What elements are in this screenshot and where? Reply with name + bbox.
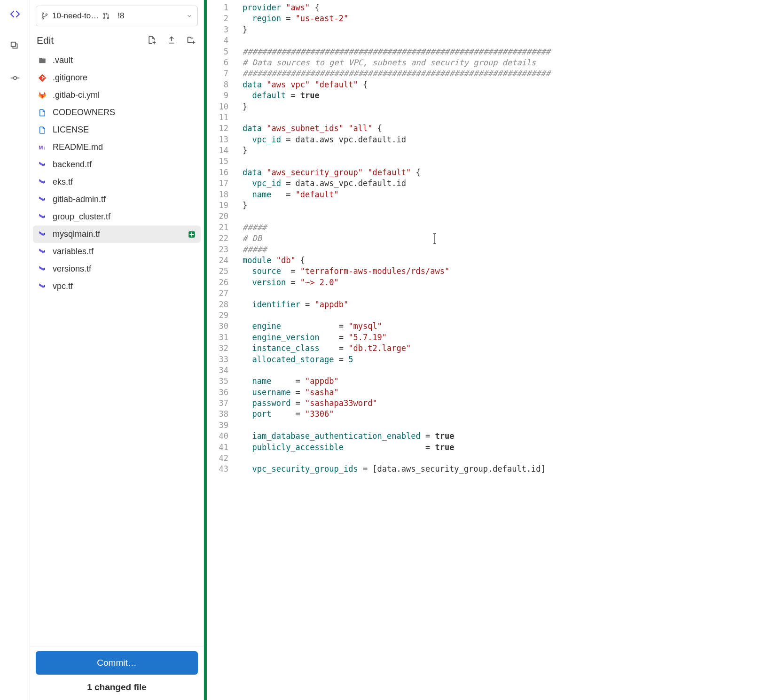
code-line[interactable]: module "db" {	[243, 256, 768, 266]
new-folder-icon[interactable]	[187, 35, 197, 46]
svg-point-6	[42, 18, 43, 19]
code-area[interactable]: provider "aws" { region = "us-east-2"} #…	[234, 0, 768, 700]
explorer-icon[interactable]	[8, 8, 22, 21]
review-icon[interactable]	[8, 39, 22, 53]
mr-label: !8	[118, 11, 124, 21]
line-number: 26	[207, 278, 234, 288]
code-line[interactable]: data "aws_subnet_ids" "all" {	[243, 124, 768, 134]
file-row[interactable]: eks.tf	[33, 173, 201, 191]
code-line[interactable]: #####	[243, 223, 768, 233]
file-row[interactable]: mysqlmain.tf	[33, 226, 201, 243]
code-line[interactable]: vpc_security_group_ids = [data.aws_secur…	[243, 464, 768, 475]
line-number: 4	[207, 36, 234, 47]
code-line[interactable]: }	[243, 102, 768, 113]
file-name: variables.tf	[53, 247, 94, 257]
line-number: 22	[207, 233, 234, 244]
file-row[interactable]: LICENSE	[33, 121, 201, 139]
edit-header: Edit	[30, 26, 204, 51]
file-name: .gitlab-ci.yml	[53, 90, 100, 100]
tf-file-icon	[38, 264, 47, 274]
code-line[interactable]: iam_database_authentication_enabled = tr…	[243, 431, 768, 442]
code-line[interactable]: engine = "mysql"	[243, 321, 768, 332]
code-line[interactable]: name = "default"	[243, 190, 768, 201]
code-line[interactable]: publicly_accessible = true	[243, 443, 768, 453]
code-line[interactable]: #####	[243, 245, 768, 256]
code-line[interactable]: }	[243, 25, 768, 36]
code-line[interactable]: username = "sasha"	[243, 388, 768, 398]
code-line[interactable]: port = "3306"	[243, 409, 768, 420]
code-line[interactable]: allocated_storage = 5	[243, 355, 768, 366]
line-number: 15	[207, 156, 234, 167]
code-line[interactable]: version = "~> 2.0"	[243, 278, 768, 288]
file-row[interactable]: .gitignore	[33, 69, 201, 86]
file-row[interactable]: group_cluster.tf	[33, 208, 201, 226]
gitlab-file-icon	[38, 91, 47, 100]
code-line[interactable]: instance_class = "db.t2.large"	[243, 343, 768, 354]
code-line[interactable]: source = "terraform-aws-modules/rds/aws"	[243, 266, 768, 277]
svg-point-10	[108, 17, 109, 19]
file-row[interactable]: .gitlab-ci.yml	[33, 86, 201, 104]
line-number: 9	[207, 91, 234, 101]
code-line[interactable]	[243, 420, 768, 431]
code-line[interactable]: ########################################…	[243, 69, 768, 79]
file-name: .vault	[53, 55, 73, 65]
line-number: 18	[207, 190, 234, 201]
code-line[interactable]: }	[243, 146, 768, 156]
folder-file-icon	[38, 56, 47, 65]
commits-icon[interactable]	[8, 71, 22, 85]
tf-file-icon	[38, 282, 47, 291]
tf-file-icon	[38, 230, 47, 239]
line-number: 37	[207, 398, 234, 409]
md-file-icon: M↓	[38, 143, 47, 152]
code-line[interactable]: # Data sources to get VPC, subnets and s…	[243, 58, 768, 69]
code-line[interactable]	[243, 156, 768, 167]
code-line[interactable]: vpc_id = data.aws_vpc.default.id	[243, 135, 768, 146]
code-line[interactable]	[243, 453, 768, 464]
code-line[interactable]	[243, 288, 768, 299]
code-line[interactable]: default = true	[243, 91, 768, 101]
code-line[interactable]: vpc_id = data.aws_vpc.default.id	[243, 179, 768, 189]
code-line[interactable]	[243, 311, 768, 321]
file-row[interactable]: gitlab-admin.tf	[33, 191, 201, 208]
code-line[interactable]	[243, 36, 768, 47]
file-row[interactable]: variables.tf	[33, 243, 201, 260]
file-row[interactable]: CODEOWNERS	[33, 104, 201, 121]
svg-point-8	[104, 13, 105, 15]
line-number: 35	[207, 376, 234, 387]
code-line[interactable]: password = "sashapa33word"	[243, 398, 768, 409]
branch-selector[interactable]: 10-need-to… !8	[36, 6, 198, 26]
code-line[interactable]: data "aws_vpc" "default" {	[243, 80, 768, 91]
file-row[interactable]: versions.tf	[33, 260, 201, 278]
line-number: 43	[207, 464, 234, 475]
svg-point-9	[104, 17, 105, 19]
code-line[interactable]: ########################################…	[243, 47, 768, 58]
code-line[interactable]: data "aws_security_group" "default" {	[243, 168, 768, 179]
code-line[interactable]	[243, 113, 768, 124]
code-line[interactable]: provider "aws" {	[243, 3, 768, 14]
file-name: versions.tf	[53, 264, 91, 274]
file-row[interactable]: M↓README.md	[33, 139, 201, 156]
text-cursor-icon	[432, 233, 438, 245]
commit-button[interactable]: Commit…	[36, 651, 198, 675]
file-row[interactable]: .vault	[33, 52, 201, 69]
line-number: 14	[207, 146, 234, 156]
code-line[interactable]	[243, 366, 768, 376]
code-line[interactable]: name = "appdb"	[243, 376, 768, 387]
tf-file-icon	[38, 195, 47, 204]
new-file-icon[interactable]	[147, 35, 157, 46]
code-line[interactable]: # DB	[243, 233, 768, 244]
file-row[interactable]: vpc.tf	[33, 278, 201, 295]
code-line[interactable]: engine_version = "5.7.19"	[243, 333, 768, 343]
upload-file-icon[interactable]	[167, 35, 177, 46]
code-line[interactable]: identifier = "appdb"	[243, 300, 768, 311]
file-name: group_cluster.tf	[53, 212, 110, 222]
code-line[interactable]	[243, 211, 768, 222]
file-name: gitlab-admin.tf	[53, 194, 106, 204]
svg-point-7	[46, 14, 47, 15]
line-number: 40	[207, 431, 234, 442]
code-line[interactable]: region = "us-east-2"	[243, 14, 768, 24]
file-row[interactable]: backend.tf	[33, 156, 201, 173]
tf-file-icon	[38, 247, 47, 257]
code-line[interactable]: }	[243, 201, 768, 211]
git-file-icon	[38, 73, 47, 83]
